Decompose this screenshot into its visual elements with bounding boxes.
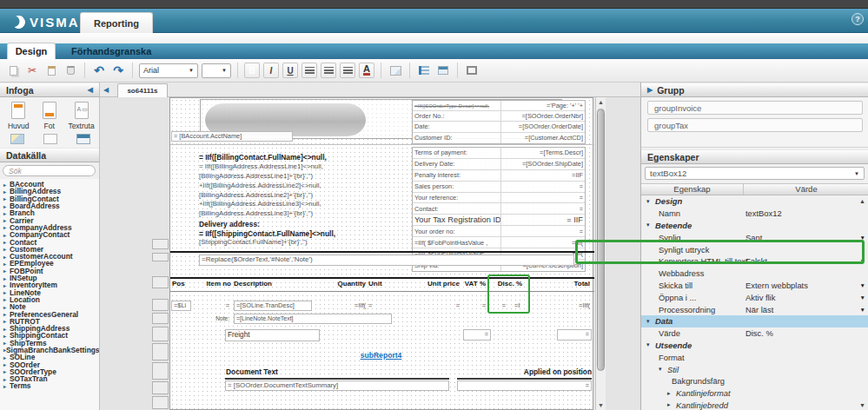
document-text-field[interactable]: = [SOOrder.DocumentTextSummary]	[225, 380, 449, 391]
document-tab[interactable]: so64111s	[117, 83, 168, 97]
order-detail-row[interactable]: Penalty interest: =IIF	[413, 170, 585, 182]
tree-expand-icon[interactable]: ▸	[3, 311, 10, 317]
tab-preview[interactable]: Förhandsgranska	[64, 43, 158, 59]
group-item[interactable]: groupTax	[647, 118, 863, 132]
tree-expand-icon[interactable]: ▸	[3, 224, 10, 230]
applied-on-position-title[interactable]: Applied on position	[457, 367, 592, 376]
cell-pos[interactable]: =$Li	[171, 301, 191, 311]
tree-expand-icon[interactable]: ▸	[3, 254, 10, 260]
order-header-row[interactable]: =IIf([SOOrderType.Descr]<>null, ='Page: …	[413, 101, 585, 111]
tree-expand-icon[interactable]: ▸	[3, 304, 10, 310]
datasource-node[interactable]: ▸ Terms	[3, 382, 99, 389]
cell-description[interactable]: =[SOLine.TranDesc]	[234, 301, 312, 311]
col-header-unit[interactable]: Unit	[368, 280, 394, 288]
subreport-link[interactable]: subReport4	[327, 351, 435, 360]
order-detail-row[interactable]: Sales person: =	[413, 182, 585, 193]
tree-expand-icon[interactable]: ▸	[3, 210, 10, 216]
font-family-select[interactable]: Arial ▼	[139, 63, 198, 78]
tree-expand-icon[interactable]: ▸	[3, 195, 10, 202]
property-row[interactable]: Namn textBox12	[641, 208, 868, 220]
panel-expand-icon[interactable]: ▶	[647, 86, 653, 94]
element-select[interactable]: textBox12 ▼	[645, 167, 865, 180]
account-name-field[interactable]: = [BAccount.AcctName]	[171, 131, 293, 142]
tree-expand-icon[interactable]: ▸	[3, 239, 10, 245]
tree-expand-icon[interactable]: ▸	[3, 282, 10, 288]
col-header-unitprice[interactable]: Unit price	[412, 280, 460, 288]
underline-button[interactable]: U	[282, 63, 298, 78]
cell-vat[interactable]: =	[474, 301, 486, 310]
order-detail-row[interactable]: Your order no: =	[413, 226, 585, 237]
cut-button[interactable]: ✂	[24, 63, 40, 78]
col-header-description[interactable]: Description	[234, 280, 312, 288]
tree-expand-icon[interactable]: ▸	[3, 217, 10, 223]
cell-quantity[interactable]: =IIf(	[340, 301, 366, 310]
freight-field[interactable]: Freight	[225, 329, 320, 341]
band-handle[interactable]	[152, 313, 169, 324]
band-handle[interactable]	[152, 343, 169, 360]
band-handle[interactable]	[152, 362, 169, 380]
group-panel-header[interactable]: ▶ Grupp	[641, 83, 868, 97]
insert-tool[interactable]: Fot	[38, 102, 62, 130]
tree-expand-icon[interactable]: ▸	[3, 268, 10, 274]
billing-address-block[interactable]: = IIf([BillingContact.FullName]<>null,= …	[199, 153, 407, 219]
order-detail-row[interactable]: Delivery Date: =[SOOrder.ShipDate]	[413, 159, 585, 170]
property-row[interactable]: Webbadress	[641, 268, 868, 280]
picture-tool-icon[interactable]	[10, 134, 24, 144]
align-objects-button[interactable]	[416, 63, 432, 78]
tree-expand-icon[interactable]: ▸	[3, 296, 10, 302]
table-tool-icon[interactable]	[76, 134, 90, 144]
tree-expand-icon[interactable]: ▸	[3, 333, 10, 339]
cell-unitprice[interactable]: =	[447, 301, 460, 310]
scroll-up-icon[interactable]: ▲	[859, 198, 865, 204]
copy-button[interactable]	[5, 63, 21, 78]
tree-expand-icon[interactable]: ▸	[3, 383, 10, 389]
col-header-total[interactable]: Total	[553, 280, 590, 288]
order-detail-table[interactable]: Terms of payment: =[Terms.Descr] Deliver…	[412, 147, 586, 272]
insert-panel-header[interactable]: Infoga ◀	[0, 83, 99, 97]
property-row[interactable]: ▸ Kantlinjeformat	[641, 387, 868, 400]
property-row[interactable]: ▾ Data	[641, 315, 868, 327]
table-tool-button[interactable]	[435, 63, 451, 78]
border-tool-button[interactable]	[464, 63, 480, 78]
scroll-up-icon[interactable]: ▲	[598, 99, 604, 105]
help-icon[interactable]: ?	[851, 13, 864, 25]
property-row[interactable]: Bakgrundsfärg	[641, 375, 868, 387]
order-header-row[interactable]: Date: =[SOOrder.OrderDate]	[413, 122, 585, 132]
font-color-button[interactable]: A	[359, 63, 374, 78]
property-row[interactable]: Format	[641, 351, 868, 363]
insert-tool[interactable]: Huvud	[7, 102, 30, 130]
band-handle[interactable]	[152, 327, 169, 341]
tree-expand-icon[interactable]: ▸	[3, 318, 10, 324]
align-right-button[interactable]	[340, 63, 355, 78]
order-detail-row[interactable]: =IIf( $FobPointHasValue , =IIf(	[413, 237, 585, 248]
redo-button[interactable]: ↷	[110, 63, 126, 78]
band-handle[interactable]	[152, 276, 169, 288]
applied-on-position-field[interactable]: =	[457, 380, 592, 391]
property-row[interactable]: ▾ Design	[641, 195, 868, 208]
band-handle[interactable]	[152, 396, 169, 409]
font-size-select[interactable]: ▼	[202, 63, 231, 78]
col-header-itemno[interactable]: Item no	[196, 280, 231, 288]
shape-tool-icon[interactable]	[43, 134, 57, 144]
cell-itemno[interactable]: =	[215, 301, 229, 310]
insert-tool[interactable]: Textruta	[69, 102, 94, 130]
note-field[interactable]: =[LineNote.NoteText]	[234, 314, 392, 324]
order-detail-row[interactable]: Terms of payment: =[Terms.Descr]	[413, 148, 585, 159]
delivery-address-block[interactable]: Delivery address: = IIf([ShippingContact…	[199, 220, 407, 248]
tab-design[interactable]: Design	[7, 43, 56, 59]
order-header-row[interactable]: Order No.: =[SOOrder.OrderNbr]	[413, 111, 585, 122]
tree-expand-icon[interactable]: ▸	[3, 361, 10, 367]
datasource-search-input[interactable]	[3, 165, 96, 176]
order-header-row[interactable]: Customer ID: =[Customer.AcctCD]	[413, 133, 585, 143]
band-handle[interactable]	[152, 299, 169, 311]
tree-expand-icon[interactable]: ▸	[3, 246, 10, 252]
delete-button[interactable]	[63, 63, 78, 78]
order-detail-row[interactable]: Contact: =	[413, 203, 585, 215]
freight-total-field[interactable]: =	[557, 329, 592, 341]
scroll-down-icon[interactable]: ▼	[598, 402, 604, 408]
tree-expand-icon[interactable]: ▸	[3, 188, 10, 195]
cell-unit[interactable]: =	[368, 301, 372, 310]
italic-button[interactable]: I	[263, 63, 279, 78]
cell-total[interactable]: =IIf(	[563, 301, 590, 310]
tree-expand-icon[interactable]: ▸	[3, 326, 10, 332]
